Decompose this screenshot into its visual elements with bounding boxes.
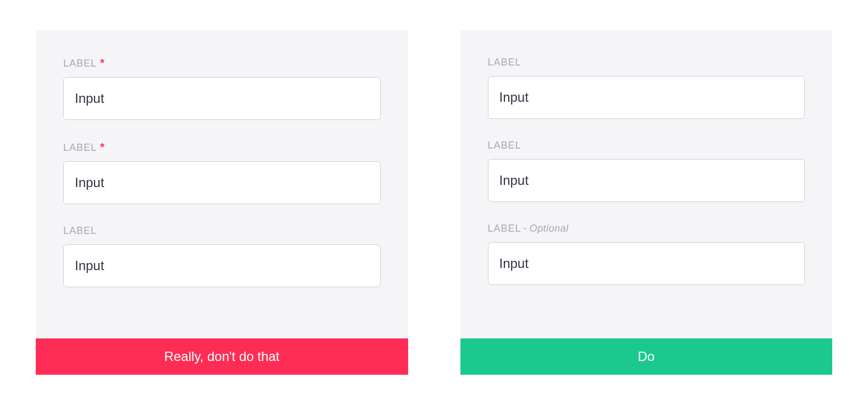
field-label: LABEL *: [63, 141, 381, 154]
text-input[interactable]: [488, 242, 805, 285]
form-group: LABEL: [488, 57, 805, 119]
label-separator: -: [524, 223, 528, 234]
label-text: LABEL: [63, 142, 97, 154]
form-group: LABEL *: [63, 57, 381, 120]
label-text: LABEL: [63, 58, 97, 69]
field-label: LABEL: [63, 225, 381, 237]
text-input[interactable]: [488, 159, 805, 202]
do-form-area: LABEL LABEL LABEL - Optional: [460, 30, 833, 338]
form-group: LABEL - Optional: [488, 223, 805, 285]
form-group: LABEL: [63, 225, 381, 287]
dont-panel: LABEL * LABEL * LABEL Really, don't do t…: [36, 30, 408, 375]
do-footer-text: Do: [638, 349, 655, 364]
field-label: LABEL - Optional: [488, 223, 805, 234]
text-input[interactable]: [63, 77, 381, 120]
optional-label: Optional: [530, 223, 569, 234]
text-input[interactable]: [63, 244, 381, 287]
do-footer-banner: Do: [460, 338, 833, 375]
dont-footer-banner: Really, don't do that: [36, 338, 408, 375]
field-label: LABEL: [488, 140, 805, 151]
label-text: LABEL: [488, 57, 521, 68]
field-label: LABEL: [488, 57, 805, 68]
dont-footer-text: Really, don't do that: [164, 349, 279, 364]
field-label: LABEL *: [63, 57, 381, 69]
label-text: LABEL: [488, 140, 521, 151]
required-asterisk-icon: *: [100, 141, 105, 154]
text-input[interactable]: [488, 76, 805, 119]
do-panel: LABEL LABEL LABEL - Optional Do: [460, 30, 833, 375]
form-group: LABEL *: [63, 141, 381, 204]
text-input[interactable]: [63, 161, 381, 204]
required-asterisk-icon: *: [100, 57, 105, 69]
label-text: LABEL: [63, 225, 97, 237]
dont-form-area: LABEL * LABEL * LABEL: [36, 30, 408, 338]
label-text: LABEL: [488, 223, 521, 234]
form-group: LABEL: [488, 140, 805, 202]
